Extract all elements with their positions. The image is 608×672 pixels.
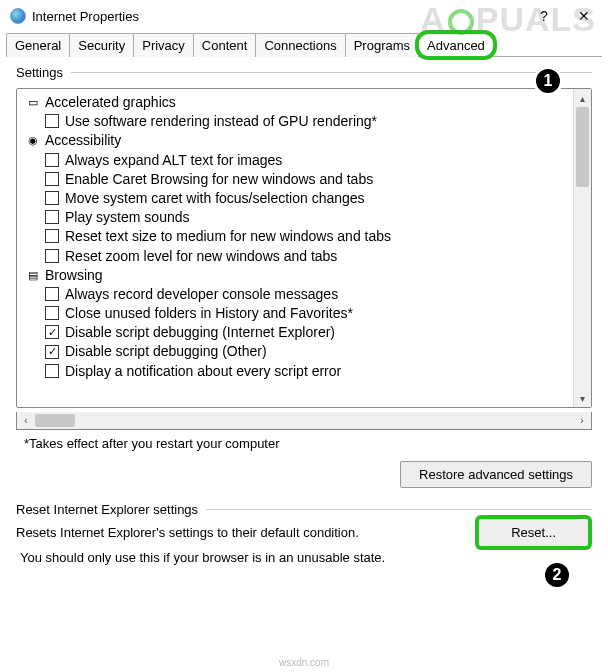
tab-privacy[interactable]: Privacy — [133, 33, 194, 57]
settings-tree: ▭Accelerated graphicsUse software render… — [16, 88, 592, 408]
scroll-right-arrow-icon[interactable]: › — [573, 412, 591, 429]
item-label: Always expand ALT text for images — [65, 151, 282, 169]
tab-general[interactable]: General — [6, 33, 70, 57]
checkbox[interactable] — [45, 114, 59, 128]
hscroll-track[interactable] — [35, 412, 573, 429]
scroll-thumb[interactable] — [576, 107, 589, 187]
tab-connections[interactable]: Connections — [255, 33, 345, 57]
titlebar: Internet Properties ? ✕ — [0, 0, 608, 32]
annotation-1-icon: 1 — [533, 66, 563, 96]
category-label: Accelerated graphics — [45, 93, 176, 111]
scroll-left-arrow-icon[interactable]: ‹ — [17, 412, 35, 429]
tab-strip: General Security Privacy Content Connect… — [6, 32, 602, 57]
settings-label: Settings — [16, 65, 63, 80]
tree-item[interactable]: Always expand ALT text for images — [19, 151, 571, 170]
tree-category: ▭Accelerated graphics — [19, 93, 571, 112]
checkbox[interactable] — [45, 287, 59, 301]
horizontal-scrollbar[interactable]: ‹ › — [16, 412, 592, 430]
tree-item[interactable]: Use software rendering instead of GPU re… — [19, 112, 571, 131]
tree-item[interactable]: Move system caret with focus/selection c… — [19, 189, 571, 208]
checkbox[interactable]: ✓ — [45, 345, 59, 359]
checkbox[interactable] — [45, 249, 59, 263]
checkbox[interactable]: ✓ — [45, 325, 59, 339]
category-label: Browsing — [45, 266, 103, 284]
tree-category: ◉Accessibility — [19, 131, 571, 150]
checkbox[interactable] — [45, 306, 59, 320]
item-label: Always record developer console messages — [65, 285, 338, 303]
tree-item[interactable]: ✓Disable script debugging (Internet Expl… — [19, 323, 571, 342]
settings-group: Settings ▭Accelerated graphicsUse softwa… — [16, 65, 592, 488]
reset-description: Resets Internet Explorer's settings to t… — [16, 525, 455, 540]
tab-security[interactable]: Security — [69, 33, 134, 57]
help-button[interactable]: ? — [524, 2, 564, 30]
item-label: Disable script debugging (Other) — [65, 342, 267, 360]
tree-body[interactable]: ▭Accelerated graphicsUse software render… — [17, 89, 573, 407]
checkbox[interactable] — [45, 229, 59, 243]
monitor-icon: ▭ — [25, 95, 41, 109]
item-label: Enable Caret Browsing for new windows an… — [65, 170, 373, 188]
globe-icon: ◉ — [25, 133, 41, 147]
tree-item[interactable]: Display a notification about every scrip… — [19, 362, 571, 381]
divider — [206, 509, 592, 510]
tab-programs[interactable]: Programs — [345, 33, 419, 57]
tree-item[interactable]: Reset zoom level for new windows and tab… — [19, 247, 571, 266]
scroll-down-arrow-icon[interactable]: ▾ — [574, 389, 591, 407]
close-button[interactable]: ✕ — [564, 2, 604, 30]
tree-item[interactable]: Enable Caret Browsing for new windows an… — [19, 170, 571, 189]
tree-item[interactable]: Always record developer console messages — [19, 285, 571, 304]
item-label: Play system sounds — [65, 208, 190, 226]
tab-advanced[interactable]: Advanced — [418, 33, 494, 57]
reset-group: Reset Internet Explorer settings Resets … — [16, 502, 592, 565]
checkbox[interactable] — [45, 153, 59, 167]
restart-footnote: *Takes effect after you restart your com… — [24, 436, 592, 451]
item-label: Move system caret with focus/selection c… — [65, 189, 365, 207]
tree-item[interactable]: Reset text size to medium for new window… — [19, 227, 571, 246]
footer-source: wsxdn.com — [0, 657, 608, 668]
item-label: Reset zoom level for new windows and tab… — [65, 247, 337, 265]
restore-advanced-button[interactable]: Restore advanced settings — [400, 461, 592, 488]
item-label: Display a notification about every scrip… — [65, 362, 341, 380]
reset-button[interactable]: Reset... — [475, 515, 592, 550]
divider — [71, 72, 592, 73]
item-label: Disable script debugging (Internet Explo… — [65, 323, 335, 341]
checkbox[interactable] — [45, 172, 59, 186]
checkbox[interactable] — [45, 364, 59, 378]
reset-warning: You should only use this if your browser… — [20, 550, 588, 565]
item-label: Close unused folders in History and Favo… — [65, 304, 353, 322]
internet-icon — [10, 8, 26, 24]
scroll-up-arrow-icon[interactable]: ▴ — [574, 89, 591, 107]
tree-category: ▤Browsing — [19, 266, 571, 285]
annotation-2-icon: 2 — [542, 560, 572, 590]
item-label: Reset text size to medium for new window… — [65, 227, 391, 245]
vertical-scrollbar[interactable]: ▴ ▾ — [573, 89, 591, 407]
hscroll-thumb[interactable] — [35, 414, 75, 427]
scroll-track[interactable] — [574, 107, 591, 389]
checkbox[interactable] — [45, 191, 59, 205]
category-label: Accessibility — [45, 131, 121, 149]
page-icon: ▤ — [25, 268, 41, 282]
item-label: Use software rendering instead of GPU re… — [65, 112, 377, 130]
reset-group-label: Reset Internet Explorer settings — [16, 502, 198, 517]
tree-item[interactable]: Play system sounds — [19, 208, 571, 227]
checkbox[interactable] — [45, 210, 59, 224]
window-title: Internet Properties — [32, 9, 524, 24]
tab-content[interactable]: Content — [193, 33, 257, 57]
tree-item[interactable]: ✓Disable script debugging (Other) — [19, 342, 571, 361]
tree-item[interactable]: Close unused folders in History and Favo… — [19, 304, 571, 323]
